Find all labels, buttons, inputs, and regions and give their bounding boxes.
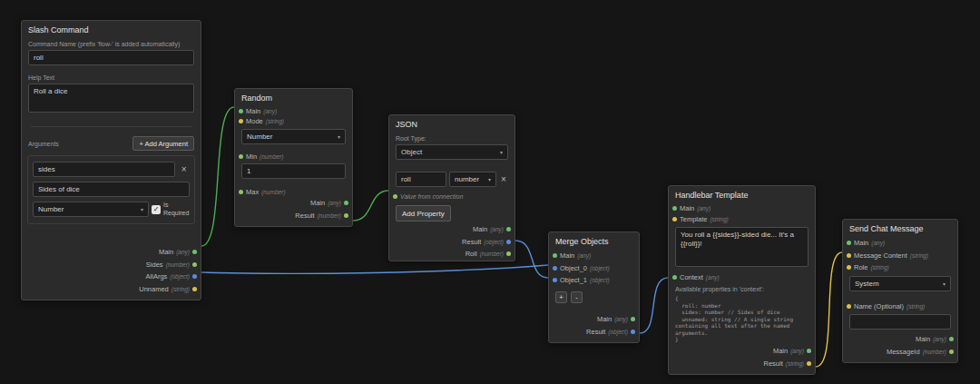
node-title[interactable]: Handlebar Template bbox=[669, 186, 815, 203]
output-port-dot[interactable] bbox=[631, 317, 635, 321]
input-port-dot[interactable] bbox=[393, 194, 397, 199]
port-roll-out[interactable]: Roll (number) bbox=[389, 248, 514, 261]
role-dropdown[interactable]: System ▾ bbox=[849, 276, 951, 291]
property-type-dropdown[interactable]: number ▾ bbox=[449, 172, 496, 187]
is-required-checkbox[interactable]: ✓ bbox=[152, 205, 161, 214]
wire-json-result-to-merge-object1[interactable] bbox=[515, 241, 548, 278]
port-property-value-in[interactable]: Value from connection bbox=[389, 193, 514, 200]
command-name-input[interactable] bbox=[28, 50, 194, 65]
port-role-in[interactable]: Role (string) bbox=[843, 261, 957, 274]
node-title[interactable]: Send Chat Message bbox=[843, 220, 957, 237]
wire-slash-main-to-random-main[interactable] bbox=[201, 107, 234, 246]
output-port-dot[interactable] bbox=[807, 361, 811, 366]
port-main-out[interactable]: Main (any) bbox=[235, 197, 352, 210]
root-type-dropdown[interactable]: Object ▾ bbox=[396, 144, 508, 160]
port-name-in[interactable]: Name (Optional) (string) bbox=[843, 300, 957, 313]
port-context-in[interactable]: Context (any) bbox=[669, 272, 815, 283]
remove-object-button[interactable]: - bbox=[571, 291, 583, 303]
port-min-in[interactable]: Min (number) bbox=[235, 152, 352, 162]
port-main-in[interactable]: Main (any) bbox=[843, 237, 957, 250]
output-port-dot[interactable] bbox=[192, 250, 197, 254]
node-merge-objects[interactable]: Merge Objects Main (any) Object_0 (objec… bbox=[548, 231, 640, 343]
port-main-out[interactable]: Main (any) bbox=[389, 223, 514, 236]
port-result-out[interactable]: Result (object) bbox=[389, 236, 514, 249]
wire-merge-result-to-handlebar-context[interactable] bbox=[640, 278, 668, 333]
port-main-in[interactable]: Main (any) bbox=[669, 203, 815, 214]
input-port-dot[interactable] bbox=[553, 278, 557, 282]
port-main-in[interactable]: Main (any) bbox=[235, 106, 352, 116]
node-slash-command[interactable]: Slash Command Command Name (prefix 'flow… bbox=[21, 20, 201, 300]
port-main-out[interactable]: Main (any) bbox=[22, 246, 201, 259]
output-port-dot[interactable] bbox=[344, 213, 348, 218]
output-port-dot[interactable] bbox=[192, 262, 197, 267]
input-port-dot[interactable] bbox=[239, 154, 243, 159]
port-object0-in[interactable]: Object_0 (object) bbox=[549, 262, 639, 275]
template-input[interactable]: You roll a {{sides}}-sided die... It's a… bbox=[675, 227, 808, 267]
input-port-dot[interactable] bbox=[672, 275, 677, 280]
port-message-content-in[interactable]: Message Content (string) bbox=[843, 250, 957, 262]
port-main-in[interactable]: Main (any) bbox=[549, 250, 639, 262]
add-argument-button[interactable]: + Add Argument bbox=[132, 136, 194, 151]
output-port-dot[interactable] bbox=[344, 201, 348, 205]
argument-type-dropdown[interactable]: Number ▾ bbox=[33, 202, 149, 217]
input-port-dot[interactable] bbox=[672, 217, 677, 222]
output-port-dot[interactable] bbox=[506, 240, 511, 244]
port-allargs-out[interactable]: AllArgs (object) bbox=[22, 271, 201, 283]
add-property-button[interactable]: Add Property bbox=[396, 205, 451, 222]
argument-name-input[interactable] bbox=[33, 162, 175, 177]
port-object1-in[interactable]: Object_1 (object) bbox=[549, 274, 639, 287]
min-input[interactable] bbox=[241, 163, 346, 179]
output-port-dot[interactable] bbox=[631, 330, 635, 334]
name-input[interactable] bbox=[849, 314, 951, 330]
node-title[interactable]: Slash Command bbox=[22, 21, 201, 38]
help-text-input[interactable]: Roll a dice bbox=[28, 84, 194, 113]
input-port-dot[interactable] bbox=[672, 206, 677, 211]
port-unnamed-out[interactable]: Unnamed (string) bbox=[22, 283, 201, 296]
wire-handlebar-result-to-message-content[interactable] bbox=[816, 252, 842, 367]
output-port-dot[interactable] bbox=[807, 349, 811, 353]
node-json[interactable]: JSON Root Type: Object ▾ number ▾ × Valu… bbox=[388, 114, 515, 261]
input-port-dot[interactable] bbox=[239, 190, 243, 194]
add-object-button[interactable]: + bbox=[555, 291, 567, 303]
port-max-in[interactable]: Max (number) bbox=[235, 187, 352, 197]
output-port-dot[interactable] bbox=[192, 274, 197, 279]
mode-dropdown[interactable]: Number ▾ bbox=[241, 129, 346, 144]
port-mode-in[interactable]: Mode (string) bbox=[235, 116, 352, 126]
port-result-out[interactable]: Result (string) bbox=[669, 358, 815, 370]
node-random[interactable]: Random Main (any) Mode (string) Number ▾… bbox=[234, 88, 353, 227]
port-label: Unnamed bbox=[139, 285, 169, 293]
wire-random-result-to-json-roll[interactable] bbox=[353, 191, 388, 221]
wire-slash-allargs-to-merge-object0[interactable] bbox=[201, 265, 548, 273]
input-port-dot[interactable] bbox=[847, 265, 851, 270]
node-title[interactable]: Merge Objects bbox=[549, 232, 639, 250]
argument-description-input[interactable] bbox=[33, 182, 190, 197]
output-port-dot[interactable] bbox=[506, 227, 511, 231]
output-port-dot[interactable] bbox=[949, 350, 954, 354]
output-port-dot[interactable] bbox=[949, 337, 954, 341]
remove-property-icon[interactable]: × bbox=[499, 173, 508, 186]
input-port-dot[interactable] bbox=[847, 253, 851, 258]
port-main-out[interactable]: Main (any) bbox=[549, 313, 639, 326]
input-port-dot[interactable] bbox=[239, 109, 243, 113]
port-sides-out[interactable]: Sides (number) bbox=[22, 259, 201, 271]
property-key-input[interactable] bbox=[396, 172, 446, 187]
input-port-dot[interactable] bbox=[847, 304, 851, 309]
input-port-dot[interactable] bbox=[239, 119, 243, 123]
port-template-in[interactable]: Template (string) bbox=[669, 214, 815, 225]
port-result-out[interactable]: Result (number) bbox=[235, 210, 352, 222]
output-port-dot[interactable] bbox=[506, 251, 511, 256]
port-result-out[interactable]: Result (object) bbox=[549, 326, 639, 339]
node-send-chat-message[interactable]: Send Chat Message Main (any) Message Con… bbox=[842, 219, 958, 363]
node-title[interactable]: JSON bbox=[389, 115, 514, 133]
remove-argument-icon[interactable]: × bbox=[178, 163, 190, 176]
flow-canvas[interactable]: Slash Command Command Name (prefix 'flow… bbox=[0, 0, 980, 384]
node-title[interactable]: Random bbox=[235, 89, 352, 106]
node-handlebar-template[interactable]: Handlebar Template Main (any) Template (… bbox=[668, 185, 816, 375]
port-main-out[interactable]: Main (any) bbox=[669, 345, 815, 358]
output-port-dot[interactable] bbox=[192, 287, 197, 291]
input-port-dot[interactable] bbox=[553, 253, 557, 258]
port-main-out[interactable]: Main (any) bbox=[843, 333, 957, 346]
input-port-dot[interactable] bbox=[847, 241, 851, 245]
input-port-dot[interactable] bbox=[553, 266, 557, 271]
port-messageid-out[interactable]: MessageId (number) bbox=[843, 346, 957, 359]
